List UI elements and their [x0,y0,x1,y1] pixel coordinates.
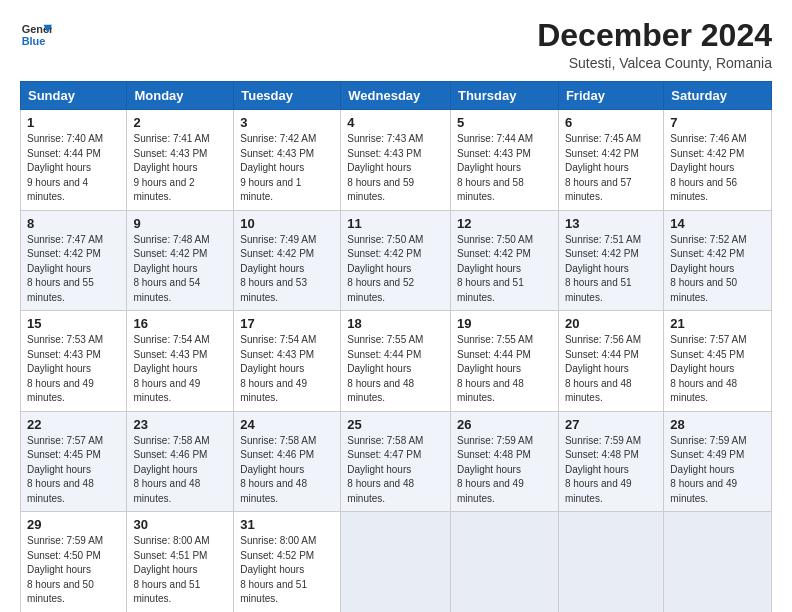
day-info: Sunrise: 7:47 AMSunset: 4:42 PMDaylight … [27,233,120,306]
day-info: Sunrise: 7:55 AMSunset: 4:44 PMDaylight … [457,333,552,406]
day-number: 1 [27,115,120,130]
day-number: 28 [670,417,765,432]
day-info: Sunrise: 7:52 AMSunset: 4:42 PMDaylight … [670,233,765,306]
day-info: Sunrise: 7:59 AMSunset: 4:48 PMDaylight … [565,434,657,507]
col-header-monday: Monday [127,82,234,110]
calendar-cell: 18Sunrise: 7:55 AMSunset: 4:44 PMDayligh… [341,311,451,412]
month-title: December 2024 [537,18,772,53]
calendar-cell: 27Sunrise: 7:59 AMSunset: 4:48 PMDayligh… [558,411,663,512]
calendar-cell: 1Sunrise: 7:40 AMSunset: 4:44 PMDaylight… [21,110,127,211]
day-info: Sunrise: 8:00 AMSunset: 4:52 PMDaylight … [240,534,334,607]
day-info: Sunrise: 7:48 AMSunset: 4:42 PMDaylight … [133,233,227,306]
day-number: 23 [133,417,227,432]
calendar-cell: 2Sunrise: 7:41 AMSunset: 4:43 PMDaylight… [127,110,234,211]
svg-text:Blue: Blue [22,35,46,47]
day-number: 29 [27,517,120,532]
day-info: Sunrise: 7:58 AMSunset: 4:47 PMDaylight … [347,434,444,507]
day-info: Sunrise: 7:54 AMSunset: 4:43 PMDaylight … [240,333,334,406]
calendar-cell: 5Sunrise: 7:44 AMSunset: 4:43 PMDaylight… [450,110,558,211]
calendar-cell: 12Sunrise: 7:50 AMSunset: 4:42 PMDayligh… [450,210,558,311]
day-number: 25 [347,417,444,432]
day-info: Sunrise: 7:40 AMSunset: 4:44 PMDaylight … [27,132,120,205]
calendar-cell: 30Sunrise: 8:00 AMSunset: 4:51 PMDayligh… [127,512,234,612]
day-info: Sunrise: 7:59 AMSunset: 4:50 PMDaylight … [27,534,120,607]
day-info: Sunrise: 7:56 AMSunset: 4:44 PMDaylight … [565,333,657,406]
calendar-cell: 6Sunrise: 7:45 AMSunset: 4:42 PMDaylight… [558,110,663,211]
calendar-cell: 9Sunrise: 7:48 AMSunset: 4:42 PMDaylight… [127,210,234,311]
day-number: 4 [347,115,444,130]
col-header-thursday: Thursday [450,82,558,110]
day-number: 9 [133,216,227,231]
col-header-sunday: Sunday [21,82,127,110]
calendar-cell: 22Sunrise: 7:57 AMSunset: 4:45 PMDayligh… [21,411,127,512]
calendar-week-5: 29Sunrise: 7:59 AMSunset: 4:50 PMDayligh… [21,512,772,612]
day-info: Sunrise: 7:59 AMSunset: 4:49 PMDaylight … [670,434,765,507]
day-number: 13 [565,216,657,231]
day-number: 27 [565,417,657,432]
day-number: 7 [670,115,765,130]
title-block: December 2024 Sutesti, Valcea County, Ro… [537,18,772,71]
day-info: Sunrise: 7:50 AMSunset: 4:42 PMDaylight … [347,233,444,306]
day-number: 2 [133,115,227,130]
calendar-cell: 20Sunrise: 7:56 AMSunset: 4:44 PMDayligh… [558,311,663,412]
calendar-cell: 21Sunrise: 7:57 AMSunset: 4:45 PMDayligh… [664,311,772,412]
calendar-cell: 14Sunrise: 7:52 AMSunset: 4:42 PMDayligh… [664,210,772,311]
day-info: Sunrise: 7:43 AMSunset: 4:43 PMDaylight … [347,132,444,205]
col-header-friday: Friday [558,82,663,110]
day-number: 15 [27,316,120,331]
calendar-week-3: 15Sunrise: 7:53 AMSunset: 4:43 PMDayligh… [21,311,772,412]
calendar-cell: 4Sunrise: 7:43 AMSunset: 4:43 PMDaylight… [341,110,451,211]
calendar-week-1: 1Sunrise: 7:40 AMSunset: 4:44 PMDaylight… [21,110,772,211]
day-number: 31 [240,517,334,532]
day-number: 18 [347,316,444,331]
calendar-cell: 15Sunrise: 7:53 AMSunset: 4:43 PMDayligh… [21,311,127,412]
day-info: Sunrise: 7:57 AMSunset: 4:45 PMDaylight … [670,333,765,406]
calendar-cell: 13Sunrise: 7:51 AMSunset: 4:42 PMDayligh… [558,210,663,311]
calendar-cell: 28Sunrise: 7:59 AMSunset: 4:49 PMDayligh… [664,411,772,512]
day-number: 30 [133,517,227,532]
calendar-week-4: 22Sunrise: 7:57 AMSunset: 4:45 PMDayligh… [21,411,772,512]
day-info: Sunrise: 7:49 AMSunset: 4:42 PMDaylight … [240,233,334,306]
day-number: 14 [670,216,765,231]
logo: General Blue [20,18,52,50]
calendar-cell: 3Sunrise: 7:42 AMSunset: 4:43 PMDaylight… [234,110,341,211]
calendar-cell [450,512,558,612]
day-number: 20 [565,316,657,331]
col-header-wednesday: Wednesday [341,82,451,110]
day-number: 17 [240,316,334,331]
header: General Blue December 2024 Sutesti, Valc… [20,18,772,71]
page: General Blue December 2024 Sutesti, Valc… [0,0,792,612]
day-number: 10 [240,216,334,231]
day-number: 19 [457,316,552,331]
calendar-cell: 24Sunrise: 7:58 AMSunset: 4:46 PMDayligh… [234,411,341,512]
day-info: Sunrise: 7:50 AMSunset: 4:42 PMDaylight … [457,233,552,306]
day-number: 5 [457,115,552,130]
calendar-cell: 25Sunrise: 7:58 AMSunset: 4:47 PMDayligh… [341,411,451,512]
calendar-header-row: SundayMondayTuesdayWednesdayThursdayFrid… [21,82,772,110]
day-info: Sunrise: 7:57 AMSunset: 4:45 PMDaylight … [27,434,120,507]
col-header-tuesday: Tuesday [234,82,341,110]
calendar-cell: 31Sunrise: 8:00 AMSunset: 4:52 PMDayligh… [234,512,341,612]
day-info: Sunrise: 7:45 AMSunset: 4:42 PMDaylight … [565,132,657,205]
col-header-saturday: Saturday [664,82,772,110]
logo-icon: General Blue [20,18,52,50]
day-info: Sunrise: 7:44 AMSunset: 4:43 PMDaylight … [457,132,552,205]
day-info: Sunrise: 7:59 AMSunset: 4:48 PMDaylight … [457,434,552,507]
day-number: 22 [27,417,120,432]
day-info: Sunrise: 7:46 AMSunset: 4:42 PMDaylight … [670,132,765,205]
day-number: 21 [670,316,765,331]
day-info: Sunrise: 7:41 AMSunset: 4:43 PMDaylight … [133,132,227,205]
day-number: 24 [240,417,334,432]
day-number: 26 [457,417,552,432]
calendar-cell: 29Sunrise: 7:59 AMSunset: 4:50 PMDayligh… [21,512,127,612]
day-number: 11 [347,216,444,231]
calendar-cell: 23Sunrise: 7:58 AMSunset: 4:46 PMDayligh… [127,411,234,512]
calendar-cell: 8Sunrise: 7:47 AMSunset: 4:42 PMDaylight… [21,210,127,311]
location-subtitle: Sutesti, Valcea County, Romania [537,55,772,71]
calendar-table: SundayMondayTuesdayWednesdayThursdayFrid… [20,81,772,612]
day-info: Sunrise: 7:42 AMSunset: 4:43 PMDaylight … [240,132,334,205]
calendar-cell [664,512,772,612]
day-number: 6 [565,115,657,130]
calendar-cell: 17Sunrise: 7:54 AMSunset: 4:43 PMDayligh… [234,311,341,412]
day-info: Sunrise: 7:54 AMSunset: 4:43 PMDaylight … [133,333,227,406]
